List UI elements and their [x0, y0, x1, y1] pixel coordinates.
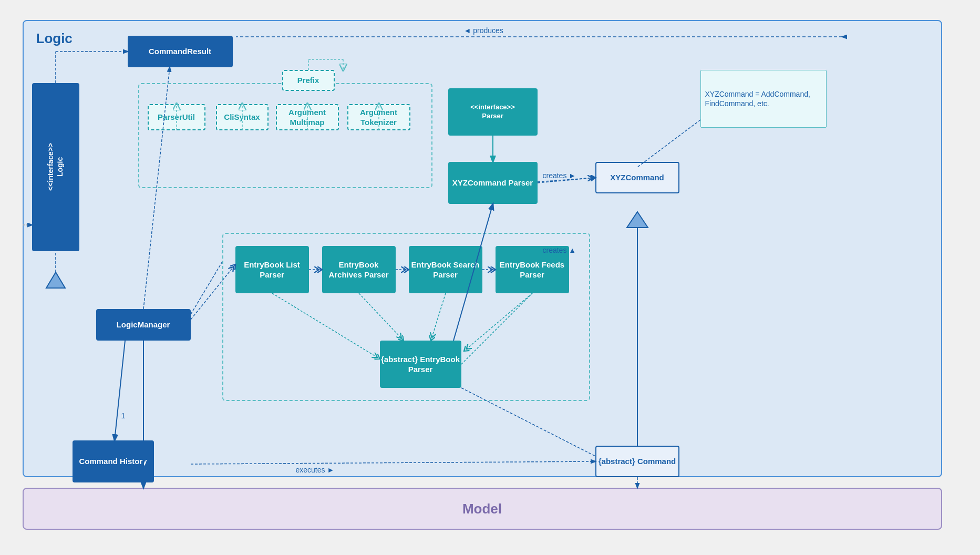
executes-label: executes ► — [296, 466, 335, 474]
note-box: XYZCommand = AddCommand, FindCommand, et… — [700, 70, 827, 128]
interface-logic-box: <<interface>>Logic — [32, 83, 79, 251]
command-result-box: CommandResult — [128, 36, 233, 67]
cli-syntax-box: CliSyntax — [216, 104, 269, 130]
interface-parser-box: <<interface>>Parser — [448, 88, 538, 136]
multiplicity-label: 1 — [121, 412, 126, 420]
argument-tokenizer-box: Argument Tokenizer — [347, 104, 410, 130]
command-history-box: Command History — [73, 440, 154, 482]
prefix-box: Prefix — [282, 70, 335, 91]
logic-manager-box: LogicManager — [96, 309, 191, 341]
xyz-command-parser-box: XYZCommand Parser — [448, 162, 538, 204]
xyz-command-box: XYZCommand — [595, 162, 679, 193]
model-label: Model — [462, 501, 502, 517]
logic-label: Logic — [36, 30, 73, 47]
produces-label: ◄ produces — [464, 26, 503, 35]
creates-left-label: creates ► — [543, 171, 576, 180]
parser-util-box: ParserUtil — [148, 104, 205, 130]
model-container: Model — [23, 488, 942, 530]
creates-right-label: creates ▲ — [543, 246, 576, 254]
parsers-dashed-group — [222, 233, 590, 401]
argument-multimap-box: Argument Multimap — [276, 104, 339, 130]
parser-utils-group — [138, 83, 432, 188]
abstract-command-box: {abstract} Command — [595, 446, 679, 477]
